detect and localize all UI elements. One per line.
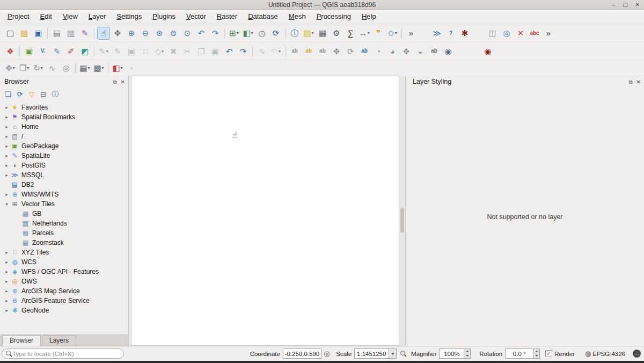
label-highlight-pinned-icon[interactable]: ab bbox=[288, 45, 301, 57]
browser-item-wfs-ogc-api-features[interactable]: ▸◈WFS / OGC API - Features bbox=[0, 267, 128, 277]
filter-browser-icon[interactable]: ▽ bbox=[26, 89, 37, 99]
dropdown-caret-icon[interactable]: ▾ bbox=[121, 66, 123, 70]
browser-item-netherlands[interactable]: ▦Netherlands bbox=[0, 219, 128, 228]
dropdown-caret-icon[interactable]: ▾ bbox=[279, 49, 281, 54]
add-selected-layers-icon[interactable]: ❏ bbox=[3, 89, 13, 99]
zoom-to-layer-icon[interactable]: ⊙ bbox=[181, 27, 194, 40]
expander-right-icon[interactable]: ▸ bbox=[3, 105, 10, 110]
expander-right-icon[interactable]: ▸ bbox=[3, 288, 10, 294]
add-ring-icon[interactable]: ◎ bbox=[60, 62, 72, 75]
label-show-hide-icon[interactable]: ab bbox=[316, 45, 329, 57]
menu-database[interactable]: Database bbox=[243, 10, 283, 24]
save-project-icon[interactable]: ▣ bbox=[32, 27, 45, 40]
layer-diagram-options-icon[interactable]: ◉ bbox=[442, 45, 455, 57]
menu-layer[interactable]: Layer bbox=[83, 10, 112, 24]
scale-input[interactable] bbox=[354, 349, 389, 359]
browser-item-wcs[interactable]: ▸◍WCS bbox=[0, 257, 128, 267]
map-annotations-icon[interactable]: ◧▾ bbox=[111, 62, 124, 75]
zoom-last-icon[interactable]: ↶ bbox=[195, 27, 208, 40]
data-source-manager-icon[interactable]: ❖ bbox=[4, 45, 17, 57]
expander-right-icon[interactable]: ▸ bbox=[3, 124, 10, 129]
dropdown-caret-icon[interactable]: ▾ bbox=[162, 49, 164, 54]
expander-right-icon[interactable]: ▸ bbox=[3, 298, 10, 303]
spin-up-button[interactable] bbox=[533, 349, 539, 354]
expander-right-icon[interactable]: ▸ bbox=[3, 308, 10, 313]
diagram-change-properties-icon[interactable]: ◒ bbox=[414, 45, 427, 57]
new-spatialite-layer-icon[interactable]: ✎ bbox=[50, 45, 63, 57]
browser-item-parcels[interactable]: ▦Parcels bbox=[0, 228, 128, 238]
expander-down-icon[interactable]: ▾ bbox=[3, 201, 10, 207]
new-temporary-scratch-layer-icon[interactable]: ✐ bbox=[64, 45, 77, 57]
browser-item-item[interactable]: ▸▤/ bbox=[0, 132, 128, 141]
browser-item-spatial-bookmarks[interactable]: ▸⚑Spatial Bookmarks bbox=[0, 112, 128, 122]
pan-map-icon[interactable]: ☝ bbox=[97, 27, 110, 40]
new-virtual-layer-icon[interactable]: V. bbox=[36, 45, 49, 57]
dropdown-caret-icon[interactable]: ▾ bbox=[251, 31, 253, 35]
browser-item-arcgis-map-service[interactable]: ▸⊛ArcGIS Map Service bbox=[0, 286, 128, 296]
browser-item-home[interactable]: ▸⌂Home bbox=[0, 122, 128, 132]
copy-move-feature-icon[interactable]: ❐▾ bbox=[18, 62, 31, 75]
zoom-full-icon[interactable]: ⊛ bbox=[153, 27, 166, 40]
scale-dropdown-button[interactable] bbox=[389, 349, 397, 359]
browser-item-spatialite[interactable]: ▸✎SpatiaLite bbox=[0, 151, 128, 161]
label-change-properties-icon[interactable]: ab bbox=[358, 45, 371, 57]
diagram-move-icon[interactable]: ✥ bbox=[400, 45, 413, 57]
dropdown-caret-icon[interactable]: ▾ bbox=[395, 31, 397, 35]
rotation-spinbox[interactable] bbox=[505, 349, 540, 359]
osm-place-search-icon[interactable]: ◉ bbox=[481, 45, 494, 57]
rotate-feature-icon[interactable]: ↻▾ bbox=[32, 62, 45, 75]
temporal-controller-icon[interactable]: ◷ bbox=[255, 27, 268, 40]
zoom-next-icon[interactable]: ↷ bbox=[209, 27, 222, 40]
spell-check-icon[interactable]: abc bbox=[528, 27, 541, 40]
crs-status[interactable]: ◍ EPSG:4326 bbox=[583, 350, 625, 357]
expander-right-icon[interactable]: ▸ bbox=[3, 114, 10, 120]
close-panel-icon[interactable]: ✕ bbox=[636, 79, 641, 85]
dropdown-caret-icon[interactable]: ▾ bbox=[106, 49, 108, 54]
expander-right-icon[interactable]: ▸ bbox=[3, 279, 10, 284]
browser-item-gb[interactable]: ▦GB bbox=[0, 209, 128, 219]
locate-input[interactable] bbox=[12, 351, 120, 357]
python-console-icon[interactable]: ≫ bbox=[430, 27, 443, 40]
osm-search-clear-icon[interactable]: ✕ bbox=[514, 27, 527, 40]
spin-up-button[interactable] bbox=[464, 349, 470, 354]
refresh-map-icon[interactable]: ⟳ bbox=[269, 27, 282, 40]
dropdown-caret-icon[interactable]: ▾ bbox=[237, 31, 239, 35]
label-toolbar-highlight-icon[interactable]: ◎ bbox=[500, 27, 513, 40]
new-map-view-icon[interactable]: ⊞▾ bbox=[228, 27, 240, 40]
menu-settings[interactable]: Settings bbox=[111, 10, 147, 24]
dropdown-caret-icon[interactable]: ▾ bbox=[368, 31, 370, 35]
browser-item-ows[interactable]: ▸◎OWS bbox=[0, 277, 128, 286]
dropdown-caret-icon[interactable]: ▾ bbox=[102, 66, 104, 70]
expander-right-icon[interactable]: ▸ bbox=[3, 134, 10, 139]
menu-mesh[interactable]: Mesh bbox=[283, 10, 311, 24]
collapse-all-icon[interactable]: ⊟ bbox=[38, 89, 49, 99]
statistical-summary-icon[interactable]: ∑ bbox=[344, 27, 357, 40]
identify-features-icon[interactable]: ⓘ bbox=[288, 27, 301, 40]
expander-right-icon[interactable]: ▸ bbox=[3, 163, 10, 168]
layer-labeling-options-icon[interactable]: ab bbox=[428, 45, 441, 57]
dropdown-caret-icon[interactable]: ▾ bbox=[41, 66, 43, 70]
map-tips-icon[interactable]: ❞ bbox=[372, 27, 385, 40]
browser-item-geopackage[interactable]: ▸▣GeoPackage bbox=[0, 141, 128, 151]
browser-item-xyz-tiles[interactable]: ▸∷XYZ Tiles bbox=[0, 248, 128, 257]
browser-item-db2[interactable]: ▤DB2 bbox=[0, 180, 128, 190]
dropdown-caret-icon[interactable]: ▾ bbox=[13, 66, 15, 70]
splitter-handle[interactable] bbox=[400, 208, 404, 233]
menu-raster[interactable]: Raster bbox=[211, 10, 243, 24]
help-contents-icon[interactable]: ? bbox=[444, 27, 457, 40]
simplify-feature-icon[interactable]: ∿ bbox=[46, 62, 58, 75]
expander-right-icon[interactable]: ▸ bbox=[3, 269, 10, 274]
label-toolbar-pin-icon[interactable]: ◫ bbox=[486, 27, 499, 40]
select-features-icon[interactable]: ▧▾ bbox=[302, 27, 315, 40]
new-project-icon[interactable]: ▢ bbox=[4, 27, 17, 40]
scale-magnifier-icon[interactable] bbox=[400, 350, 407, 357]
menu-project[interactable]: Project bbox=[2, 10, 34, 24]
maximize-icon[interactable]: ▢ bbox=[623, 2, 627, 8]
spin-down-button[interactable] bbox=[533, 354, 539, 359]
menu-vector[interactable]: Vector bbox=[181, 10, 211, 24]
refresh-browser-icon[interactable]: ⟳ bbox=[14, 89, 25, 99]
expander-right-icon[interactable]: ▸ bbox=[3, 259, 10, 265]
style-manager-icon[interactable]: ✎ bbox=[78, 27, 91, 40]
processing-toolbox-icon[interactable]: ⚙ bbox=[330, 27, 343, 40]
browser-item-zoomstack[interactable]: ▦Zoomstack bbox=[0, 238, 128, 248]
